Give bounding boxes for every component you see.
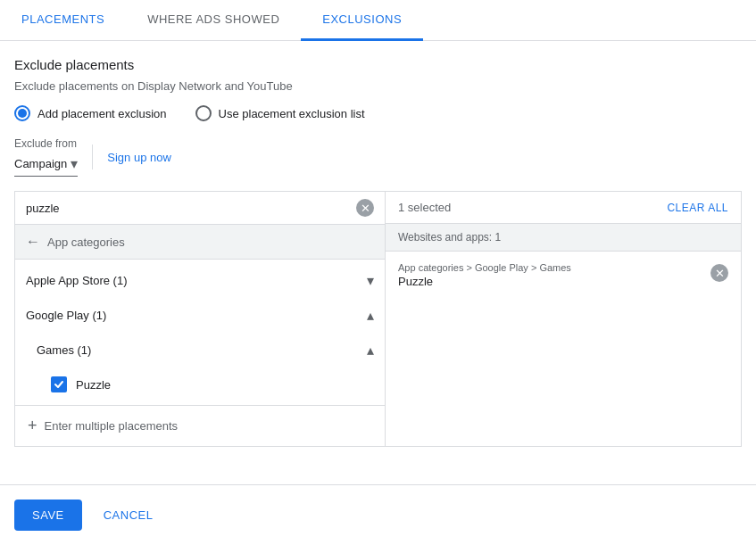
campaign-dropdown[interactable]: Campaign ▾ [14,152,78,177]
tree-item-puzzle-label: Puzzle [76,378,111,392]
tab-where-ads-showed[interactable]: WHERE ADS SHOWED [126,0,301,41]
radio-use-exclusion-list-label: Use placement exclusion list [219,107,365,120]
back-label: App categories [47,235,125,249]
exclude-from-row: Exclude from Campaign ▾ Sign up now [14,137,742,177]
radio-add-placement-circle [14,105,30,121]
chevron-up-icon-games: ▴ [367,342,374,359]
remove-item-button[interactable]: ✕ [710,264,728,282]
exclude-from-label: Exclude from [14,137,78,150]
vertical-divider [92,145,93,169]
tree-item-games[interactable]: Games (1) ▴ [15,333,385,367]
main-content: Exclude placements Exclude placements on… [0,41,756,447]
enter-multiple-label: Enter multiple placements [45,419,179,433]
tree-item-google-play[interactable]: Google Play (1) ▴ [15,298,385,333]
section-title: Exclude placements [14,57,742,72]
tab-placements[interactable]: PLACEMENTS [0,0,126,41]
chevron-down-icon: ▾ [367,272,374,289]
radio-add-placement[interactable]: Add placement exclusion [14,105,167,121]
radio-use-exclusion-list-circle [195,105,212,121]
tree-item-apple-label: Apple App Store (1) [26,274,127,287]
websites-apps-header: Websites and apps: 1 [386,224,741,252]
tree-item-games-label: Games (1) [37,343,91,357]
selected-item-name: Puzzle [398,275,571,288]
campaign-value: Campaign [14,157,67,170]
selected-count: 1 selected [398,201,451,214]
radio-group: Add placement exclusion Use placement ex… [14,105,742,121]
exclude-from-group: Exclude from Campaign ▾ [14,137,78,177]
radio-use-exclusion-list[interactable]: Use placement exclusion list [195,105,365,121]
tab-bar: PLACEMENTS WHERE ADS SHOWED EXCLUSIONS [0,0,756,41]
right-panel: 1 selected CLEAR ALL Websites and apps: … [386,192,741,446]
radio-add-placement-label: Add placement exclusion [37,107,167,120]
tree-list: Apple App Store (1) ▾ Google Play (1) ▴ … [15,260,385,405]
clear-search-button[interactable]: ✕ [356,199,374,217]
cancel-button[interactable]: CANCEL [96,500,161,531]
search-row: ✕ [15,192,385,225]
search-input[interactable] [26,202,349,215]
footer: SAVE CANCEL [0,484,756,545]
selected-item-path: App categories > Google Play > Games [398,262,571,273]
puzzle-checkbox[interactable] [51,376,67,392]
back-row[interactable]: ← App categories [15,225,385,260]
back-arrow-icon: ← [26,234,40,250]
main-panel: ✕ ← App categories Apple App Store (1) ▾… [14,191,742,447]
plus-icon: + [28,417,37,435]
right-panel-header: 1 selected CLEAR ALL [386,192,741,224]
section-desc: Exclude placements on Display Network an… [14,79,742,93]
tree-item-puzzle[interactable]: Puzzle [15,367,385,401]
selected-item-info: App categories > Google Play > Games Puz… [398,262,571,288]
left-panel: ✕ ← App categories Apple App Store (1) ▾… [15,192,386,446]
signup-link[interactable]: Sign up now [107,151,171,164]
dropdown-arrow-icon: ▾ [71,155,78,172]
save-button[interactable]: SAVE [14,500,82,531]
chevron-up-icon: ▴ [367,307,374,324]
tree-item-apple-app-store[interactable]: Apple App Store (1) ▾ [15,263,385,298]
clear-all-button[interactable]: CLEAR ALL [667,202,728,214]
enter-multiple-row[interactable]: + Enter multiple placements [15,405,385,446]
tab-exclusions[interactable]: EXCLUSIONS [301,0,423,41]
selected-item-row: App categories > Google Play > Games Puz… [386,252,741,299]
tree-item-google-play-label: Google Play (1) [26,309,106,322]
